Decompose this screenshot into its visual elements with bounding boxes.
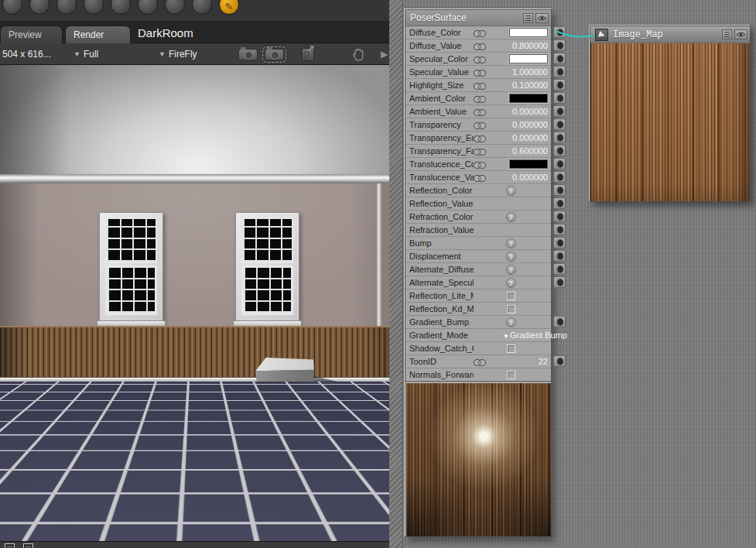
color-swatch[interactable] — [509, 54, 548, 63]
chevron-down-icon: ▼ — [503, 333, 509, 340]
plug-socket-icon[interactable] — [553, 79, 566, 91]
surface-row-specular_value: Specular_Value1.000000 — [405, 66, 551, 79]
param-value[interactable]: 0.000000 — [512, 173, 548, 182]
zoom-tool-button[interactable] — [192, 0, 212, 15]
plug-socket-icon[interactable] — [553, 66, 566, 77]
param-dropdown[interactable]: ▼Gradient Bump — [503, 331, 567, 340]
plug-socket-icon[interactable] — [553, 197, 566, 209]
plug-socket-icon[interactable] — [553, 92, 566, 104]
render-engine-dropdown[interactable]: ▼FireFly — [159, 43, 197, 65]
param-label: Reflection_Lite_Mult — [409, 291, 474, 300]
param-label: Diffuse_Value — [409, 41, 474, 50]
param-label: Displacement — [409, 252, 474, 261]
next-arrow-icon[interactable]: ▶ — [381, 43, 388, 65]
plug-socket-icon[interactable] — [553, 105, 566, 117]
node-title-label: Image_Map — [613, 29, 720, 40]
tab-render[interactable]: Render — [65, 26, 131, 43]
surface-row-reflection_kd_mult: Reflection_Kd_Mult — [405, 303, 551, 316]
frame-camera-button[interactable] — [111, 0, 131, 15]
param-control-zone — [474, 159, 548, 169]
param-control-zone — [474, 54, 548, 63]
plug-socket-icon[interactable] — [553, 184, 566, 196]
node-preview-eye-icon[interactable] — [734, 29, 747, 39]
key-chain-icon — [474, 95, 487, 102]
param-value[interactable]: 0.600000 — [512, 146, 548, 156]
plug-socket-icon[interactable] — [553, 263, 566, 275]
chevron-down-icon: ▼ — [74, 50, 80, 58]
pane-divider[interactable] — [389, 0, 403, 548]
plug-socket-icon[interactable] — [553, 237, 566, 248]
image-map-titlebar[interactable]: Image_Map — [590, 26, 750, 43]
param-label: Reflection_Kd_Mult — [409, 304, 474, 313]
param-control-zone: ? — [474, 252, 548, 262]
surface-row-reflection_color: Reflection_Color? — [405, 184, 551, 197]
param-value[interactable]: 0.000000 — [512, 133, 548, 142]
param-control-zone: ? — [474, 186, 548, 196]
tab-preview[interactable]: Preview — [0, 26, 63, 43]
window-icon[interactable] — [5, 543, 15, 548]
orbit-camera-button[interactable] — [29, 0, 50, 15]
param-label: Alternate_Specular — [409, 278, 474, 287]
window-icon[interactable] — [23, 543, 33, 548]
rotate-camera-button[interactable] — [2, 0, 22, 15]
param-label: Ambient_Value — [409, 107, 474, 116]
param-value[interactable]: 0.000000 — [512, 107, 548, 116]
plug-socket-icon[interactable] — [553, 276, 566, 288]
param-checkbox[interactable] — [507, 344, 515, 353]
scene-wainscot — [0, 326, 389, 377]
key-chain-icon — [474, 108, 487, 115]
param-control-zone: ▼Gradient Bump — [474, 331, 548, 340]
render-viewport[interactable] — [0, 65, 389, 541]
plug-socket-icon[interactable] — [553, 355, 566, 367]
edit-pencil-button[interactable]: ✎ — [219, 0, 239, 15]
node-options-icon[interactable] — [722, 29, 732, 39]
area-render-camera-icon[interactable] — [265, 49, 284, 60]
plug-socket-icon[interactable] — [553, 118, 566, 130]
plug-socket-icon[interactable] — [553, 145, 566, 156]
node-options-icon[interactable] — [523, 13, 533, 23]
param-label: Diffuse_Color — [409, 28, 474, 37]
new-render-camera-icon[interactable] — [238, 49, 258, 60]
node-preview-eye-icon[interactable] — [535, 13, 549, 23]
color-swatch[interactable] — [509, 28, 548, 37]
param-checkbox[interactable] — [507, 371, 515, 379]
param-label: Refraction_Value — [409, 225, 474, 235]
param-value[interactable]: 0.000000 — [512, 120, 548, 129]
question-icon: ? — [506, 252, 516, 262]
param-control-zone: 0.000000 — [474, 120, 548, 129]
param-label: Translucence_Value — [409, 173, 474, 182]
color-swatch[interactable] — [509, 94, 548, 103]
param-checkbox[interactable] — [507, 292, 515, 300]
move-camera-button[interactable] — [56, 0, 77, 15]
plug-socket-icon[interactable] — [553, 53, 566, 64]
surface-row-normals_forward: Normals_Forward — [405, 368, 551, 382]
plug-socket-icon[interactable] — [553, 158, 566, 170]
question-icon: ? — [506, 278, 516, 288]
plug-socket-icon[interactable] — [553, 132, 566, 143]
render-size-dropdown[interactable]: ▼Full — [74, 43, 98, 65]
poser-surface-titlebar[interactable]: PoserSurface — [405, 10, 551, 26]
clear-render-trash-icon[interactable] — [302, 48, 314, 61]
node-connection-wire[interactable] — [551, 23, 600, 43]
color-swatch[interactable] — [509, 159, 548, 169]
param-value[interactable]: 1.000000 — [512, 67, 548, 77]
plug-socket-icon[interactable] — [553, 171, 566, 183]
plug-socket-icon[interactable] — [553, 211, 566, 222]
plug-socket-icon[interactable] — [553, 224, 566, 235]
param-value[interactable]: 0.100000 — [512, 80, 548, 90]
plug-socket-icon[interactable] — [553, 250, 566, 262]
param-control-zone: ? — [474, 278, 548, 288]
plug-socket-icon[interactable] — [553, 316, 566, 327]
image-map-node: Image_Map — [590, 26, 751, 202]
question-icon: ? — [506, 238, 516, 248]
pull-back-camera-button[interactable] — [84, 0, 104, 15]
scale-camera-button[interactable] — [138, 0, 158, 15]
surface-rows: Diffuse_ColorDiffuse_Value0.800000Specul… — [405, 26, 551, 382]
param-value[interactable]: 0.800000 — [512, 41, 548, 50]
select-region-button[interactable] — [165, 0, 185, 15]
param-label: Transparency — [409, 120, 474, 129]
param-control-zone: ? — [474, 265, 548, 275]
param-value[interactable]: 22 — [539, 357, 548, 366]
surface-row-diffuse_color: Diffuse_Color — [405, 26, 551, 39]
param-checkbox[interactable] — [507, 305, 515, 313]
